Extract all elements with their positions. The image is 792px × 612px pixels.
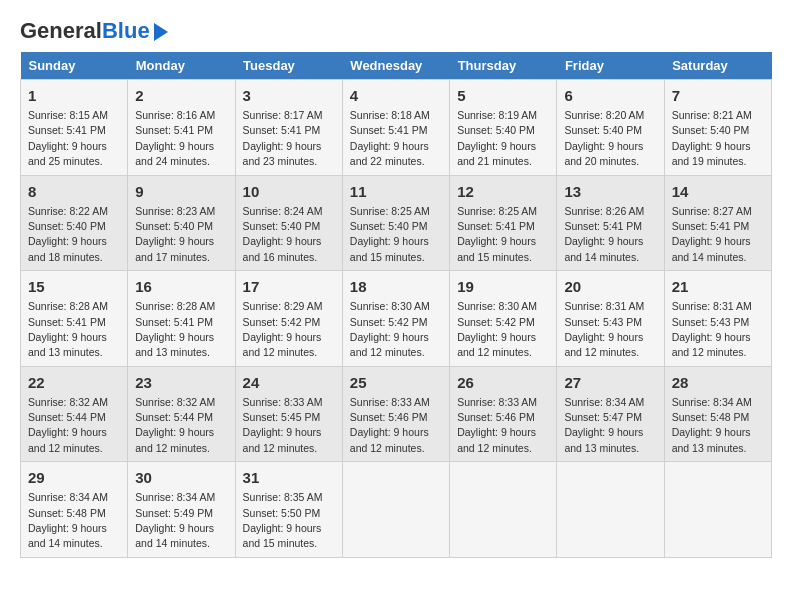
day-cell: 13Sunrise: 8:26 AMSunset: 5:41 PMDayligh… [557,175,664,271]
day-cell: 22Sunrise: 8:32 AMSunset: 5:44 PMDayligh… [21,366,128,462]
day-cell: 8Sunrise: 8:22 AMSunset: 5:40 PMDaylight… [21,175,128,271]
sunrise-info: Sunrise: 8:25 AM [457,205,537,217]
logo-triangle-icon [154,23,168,41]
sunset-info: Sunset: 5:40 PM [28,220,106,232]
sunrise-info: Sunrise: 8:28 AM [28,300,108,312]
sunset-info: Sunset: 5:40 PM [135,220,213,232]
daylight-info: Daylight: 9 hours and 12 minutes. [135,426,214,453]
day-number: 3 [243,85,335,106]
daylight-info: Daylight: 9 hours and 17 minutes. [135,235,214,262]
day-cell: 23Sunrise: 8:32 AMSunset: 5:44 PMDayligh… [128,366,235,462]
daylight-info: Daylight: 9 hours and 18 minutes. [28,235,107,262]
sunset-info: Sunset: 5:44 PM [135,411,213,423]
day-cell: 31Sunrise: 8:35 AMSunset: 5:50 PMDayligh… [235,462,342,558]
day-number: 30 [135,467,227,488]
day-number: 24 [243,372,335,393]
sunset-info: Sunset: 5:48 PM [672,411,750,423]
logo-text: GeneralBlue [20,20,150,42]
day-number: 10 [243,181,335,202]
day-cell: 20Sunrise: 8:31 AMSunset: 5:43 PMDayligh… [557,271,664,367]
daylight-info: Daylight: 9 hours and 13 minutes. [135,331,214,358]
sunset-info: Sunset: 5:42 PM [350,316,428,328]
day-number: 19 [457,276,549,297]
sunrise-info: Sunrise: 8:16 AM [135,109,215,121]
week-row-3: 15Sunrise: 8:28 AMSunset: 5:41 PMDayligh… [21,271,772,367]
daylight-info: Daylight: 9 hours and 12 minutes. [457,426,536,453]
sunrise-info: Sunrise: 8:26 AM [564,205,644,217]
header-row: SundayMondayTuesdayWednesdayThursdayFrid… [21,52,772,80]
daylight-info: Daylight: 9 hours and 12 minutes. [350,426,429,453]
day-cell: 16Sunrise: 8:28 AMSunset: 5:41 PMDayligh… [128,271,235,367]
day-cell: 28Sunrise: 8:34 AMSunset: 5:48 PMDayligh… [664,366,771,462]
day-number: 29 [28,467,120,488]
day-number: 16 [135,276,227,297]
week-row-4: 22Sunrise: 8:32 AMSunset: 5:44 PMDayligh… [21,366,772,462]
daylight-info: Daylight: 9 hours and 23 minutes. [243,140,322,167]
sunrise-info: Sunrise: 8:15 AM [28,109,108,121]
sunrise-info: Sunrise: 8:31 AM [672,300,752,312]
daylight-info: Daylight: 9 hours and 13 minutes. [564,426,643,453]
sunset-info: Sunset: 5:40 PM [457,124,535,136]
day-number: 5 [457,85,549,106]
day-number: 26 [457,372,549,393]
sunset-info: Sunset: 5:40 PM [350,220,428,232]
day-number: 14 [672,181,764,202]
day-number: 27 [564,372,656,393]
sunset-info: Sunset: 5:50 PM [243,507,321,519]
daylight-info: Daylight: 9 hours and 21 minutes. [457,140,536,167]
day-number: 21 [672,276,764,297]
sunrise-info: Sunrise: 8:34 AM [672,396,752,408]
daylight-info: Daylight: 9 hours and 16 minutes. [243,235,322,262]
sunset-info: Sunset: 5:41 PM [672,220,750,232]
day-cell: 30Sunrise: 8:34 AMSunset: 5:49 PMDayligh… [128,462,235,558]
day-cell: 4Sunrise: 8:18 AMSunset: 5:41 PMDaylight… [342,80,449,176]
day-header-tuesday: Tuesday [235,52,342,80]
day-header-thursday: Thursday [450,52,557,80]
daylight-info: Daylight: 9 hours and 22 minutes. [350,140,429,167]
daylight-info: Daylight: 9 hours and 12 minutes. [28,426,107,453]
daylight-info: Daylight: 9 hours and 12 minutes. [243,426,322,453]
sunrise-info: Sunrise: 8:32 AM [135,396,215,408]
sunrise-info: Sunrise: 8:21 AM [672,109,752,121]
daylight-info: Daylight: 9 hours and 12 minutes. [350,331,429,358]
day-header-friday: Friday [557,52,664,80]
sunset-info: Sunset: 5:44 PM [28,411,106,423]
day-cell [342,462,449,558]
day-cell: 10Sunrise: 8:24 AMSunset: 5:40 PMDayligh… [235,175,342,271]
daylight-info: Daylight: 9 hours and 15 minutes. [350,235,429,262]
day-number: 13 [564,181,656,202]
day-number: 8 [28,181,120,202]
day-cell [450,462,557,558]
day-number: 17 [243,276,335,297]
sunset-info: Sunset: 5:43 PM [672,316,750,328]
sunset-info: Sunset: 5:42 PM [457,316,535,328]
day-number: 18 [350,276,442,297]
week-row-1: 1Sunrise: 8:15 AMSunset: 5:41 PMDaylight… [21,80,772,176]
sunset-info: Sunset: 5:48 PM [28,507,106,519]
sunset-info: Sunset: 5:46 PM [457,411,535,423]
sunset-info: Sunset: 5:45 PM [243,411,321,423]
day-header-saturday: Saturday [664,52,771,80]
day-number: 31 [243,467,335,488]
sunrise-info: Sunrise: 8:34 AM [28,491,108,503]
day-number: 11 [350,181,442,202]
daylight-info: Daylight: 9 hours and 14 minutes. [564,235,643,262]
daylight-info: Daylight: 9 hours and 12 minutes. [243,331,322,358]
sunrise-info: Sunrise: 8:19 AM [457,109,537,121]
daylight-info: Daylight: 9 hours and 15 minutes. [243,522,322,549]
day-number: 6 [564,85,656,106]
day-number: 23 [135,372,227,393]
sunset-info: Sunset: 5:41 PM [350,124,428,136]
day-cell: 19Sunrise: 8:30 AMSunset: 5:42 PMDayligh… [450,271,557,367]
daylight-info: Daylight: 9 hours and 14 minutes. [28,522,107,549]
sunset-info: Sunset: 5:40 PM [564,124,642,136]
sunrise-info: Sunrise: 8:30 AM [350,300,430,312]
day-cell: 9Sunrise: 8:23 AMSunset: 5:40 PMDaylight… [128,175,235,271]
daylight-info: Daylight: 9 hours and 13 minutes. [28,331,107,358]
sunrise-info: Sunrise: 8:33 AM [457,396,537,408]
day-cell: 12Sunrise: 8:25 AMSunset: 5:41 PMDayligh… [450,175,557,271]
calendar-table: SundayMondayTuesdayWednesdayThursdayFrid… [20,52,772,558]
sunrise-info: Sunrise: 8:33 AM [243,396,323,408]
sunset-info: Sunset: 5:41 PM [564,220,642,232]
sunrise-info: Sunrise: 8:27 AM [672,205,752,217]
